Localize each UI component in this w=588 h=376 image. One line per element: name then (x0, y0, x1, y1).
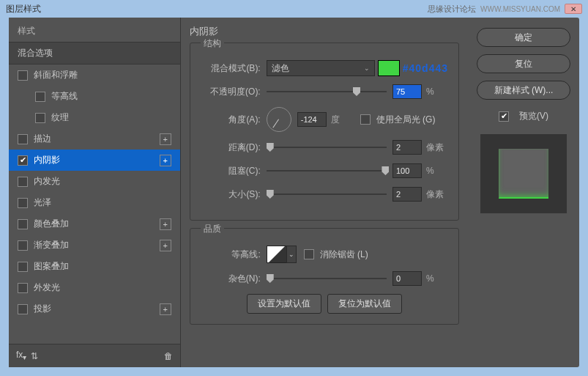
trash-icon[interactable]: 🗑 (164, 351, 173, 361)
style-label: 外发光 (34, 281, 60, 294)
quality-group: 品质 等高线: ⌄ 消除锯齿 (L) 杂色(N): % 设置为默认值 (190, 228, 459, 325)
style-item-9[interactable]: 图案叠加 (9, 256, 180, 277)
styles-header: 样式 (9, 18, 180, 42)
style-list: 斜面和浮雕等高线纹理描边+内阴影+内发光光泽颜色叠加+渐变叠加+图案叠加外发光投… (9, 64, 180, 344)
preview-checkbox[interactable] (499, 111, 509, 122)
style-checkbox[interactable] (18, 262, 28, 272)
quality-label: 品质 (201, 223, 224, 235)
blending-options[interactable]: 混合选项 (9, 42, 180, 64)
style-item-0[interactable]: 斜面和浮雕 (9, 64, 180, 86)
style-item-11[interactable]: 投影+ (9, 298, 180, 320)
global-light-label: 使用全局光 (G) (376, 114, 436, 126)
options-panel: 内阴影 结构 混合模式(B): 滤色 ⌄ #40d443 不透明度(O): (181, 18, 468, 367)
global-light-checkbox[interactable] (360, 114, 371, 125)
layer-style-dialog: 样式 混合选项 斜面和浮雕等高线纹理描边+内阴影+内发光光泽颜色叠加+渐变叠加+… (9, 18, 579, 367)
make-default-button[interactable]: 设置为默认值 (247, 294, 321, 314)
style-label: 内发光 (34, 175, 60, 188)
opacity-unit: % (426, 86, 448, 97)
cancel-button[interactable]: 复位 (477, 54, 570, 73)
style-checkbox[interactable] (18, 240, 28, 251)
ok-button[interactable]: 确定 (477, 28, 570, 47)
size-label: 大小(S): (201, 188, 267, 201)
style-label: 颜色叠加 (34, 218, 69, 230)
style-checkbox[interactable] (18, 155, 28, 166)
preview-label: 预览(V) (519, 110, 548, 122)
style-checkbox[interactable] (18, 283, 28, 293)
style-item-2[interactable]: 纹理 (9, 107, 180, 128)
style-label: 纹理 (51, 111, 69, 124)
contour-dropdown[interactable]: ⌄ (286, 246, 297, 263)
opacity-input[interactable] (392, 84, 422, 99)
style-checkbox[interactable] (18, 70, 28, 81)
distance-unit: 像素 (426, 141, 448, 154)
angle-input[interactable] (297, 112, 327, 127)
contour-picker[interactable] (267, 246, 287, 263)
angle-label: 角度(A): (201, 114, 267, 126)
window-title: 图层样式 (6, 3, 41, 15)
choke-unit: % (426, 166, 448, 176)
preview-swatch (499, 149, 548, 199)
choke-label: 阻塞(C): (201, 165, 267, 177)
style-checkbox[interactable] (35, 113, 45, 123)
plus-icon[interactable]: + (160, 155, 171, 166)
noise-unit: % (426, 273, 448, 284)
contour-label: 等高线: (201, 248, 267, 261)
style-checkbox[interactable] (18, 198, 28, 208)
style-checkbox[interactable] (18, 219, 28, 229)
size-slider[interactable] (267, 193, 387, 195)
color-swatch[interactable] (378, 60, 400, 76)
style-item-1[interactable]: 等高线 (9, 86, 180, 107)
style-checkbox[interactable] (18, 177, 28, 187)
style-item-7[interactable]: 颜色叠加+ (9, 213, 180, 235)
plus-icon[interactable]: + (160, 240, 171, 251)
style-item-3[interactable]: 描边+ (9, 128, 180, 150)
size-unit: 像素 (426, 188, 448, 201)
angle-dial[interactable] (267, 107, 291, 132)
antialias-label: 消除锯齿 (L) (320, 248, 368, 261)
noise-input[interactable] (392, 271, 422, 286)
style-label: 内阴影 (34, 154, 60, 166)
watermark-url: WWW.MISSYUAN.COM (480, 5, 560, 13)
angle-unit: 度 (331, 114, 353, 126)
panel-title: 内阴影 (190, 25, 459, 38)
size-input[interactable] (392, 187, 422, 202)
style-item-8[interactable]: 渐变叠加+ (9, 235, 180, 256)
color-hex-note: #40d443 (403, 62, 448, 74)
plus-icon[interactable]: + (160, 218, 171, 230)
choke-input[interactable] (392, 163, 422, 178)
chevron-down-icon: ⌄ (364, 64, 370, 72)
left-footer: fx▾ ⇅ 🗑 (9, 344, 180, 367)
distance-slider[interactable] (267, 147, 387, 148)
blend-mode-dropdown[interactable]: 滤色 ⌄ (267, 60, 375, 76)
style-checkbox[interactable] (35, 92, 45, 102)
opacity-slider[interactable] (267, 91, 387, 92)
structure-label: 结构 (201, 37, 224, 50)
antialias-checkbox[interactable] (304, 249, 314, 259)
noise-slider[interactable] (267, 278, 387, 279)
left-panel: 样式 混合选项 斜面和浮雕等高线纹理描边+内阴影+内发光光泽颜色叠加+渐变叠加+… (9, 18, 181, 367)
style-item-5[interactable]: 内发光 (9, 171, 180, 192)
style-item-4[interactable]: 内阴影+ (9, 150, 180, 171)
arrows-icon[interactable]: ⇅ (31, 351, 38, 361)
distance-input[interactable] (392, 140, 422, 155)
reset-default-button[interactable]: 复位为默认值 (327, 294, 402, 314)
opacity-label: 不透明度(O): (201, 86, 267, 98)
close-icon[interactable]: ✕ (565, 4, 582, 14)
style-label: 投影 (34, 303, 51, 315)
style-item-6[interactable]: 光泽 (9, 192, 180, 213)
style-label: 图案叠加 (34, 260, 69, 273)
style-checkbox[interactable] (18, 304, 28, 314)
fx-menu-icon[interactable]: fx▾ (16, 350, 26, 361)
right-panel: 确定 复位 新建样式 (W)... 预览(V) (468, 18, 579, 367)
distance-label: 距离(D): (201, 141, 267, 154)
new-style-button[interactable]: 新建样式 (W)... (477, 81, 570, 100)
style-label: 描边 (34, 133, 51, 145)
style-label: 光泽 (34, 196, 51, 209)
choke-slider[interactable] (267, 170, 387, 172)
plus-icon[interactable]: + (160, 133, 171, 145)
style-label: 斜面和浮雕 (34, 69, 78, 81)
style-checkbox[interactable] (18, 134, 28, 144)
style-label: 等高线 (51, 90, 78, 103)
style-item-10[interactable]: 外发光 (9, 277, 180, 298)
plus-icon[interactable]: + (160, 303, 171, 315)
